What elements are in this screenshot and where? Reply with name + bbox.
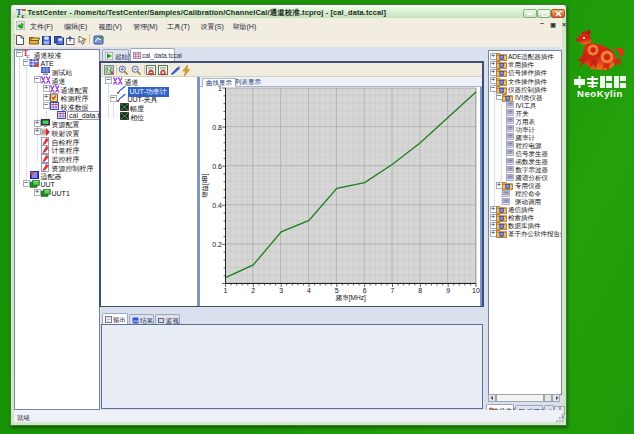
svg-text:4: 4 — [307, 287, 311, 294]
svg-text:0.2: 0.2 — [212, 241, 222, 248]
svg-text:0.4: 0.4 — [212, 202, 222, 209]
svg-text:1: 1 — [218, 86, 222, 92]
svg-text:0.6: 0.6 — [212, 163, 222, 170]
svg-text:增益[dB]: 增益[dB] — [201, 173, 209, 199]
svg-text:c: c — [22, 11, 25, 18]
svg-text:8: 8 — [418, 287, 422, 294]
svg-text:0.8: 0.8 — [212, 124, 222, 131]
svg-text:2: 2 — [251, 287, 255, 294]
svg-text:3: 3 — [279, 287, 283, 294]
svg-text:5: 5 — [335, 287, 339, 294]
svg-text:10: 10 — [472, 287, 480, 294]
svg-text:?: ? — [83, 36, 87, 45]
svg-text:6: 6 — [363, 287, 367, 294]
svg-text:7: 7 — [391, 287, 395, 294]
svg-text:频率[MHz]: 频率[MHz] — [335, 294, 366, 302]
svg-text:1: 1 — [224, 287, 228, 294]
svg-text:9: 9 — [446, 287, 450, 294]
